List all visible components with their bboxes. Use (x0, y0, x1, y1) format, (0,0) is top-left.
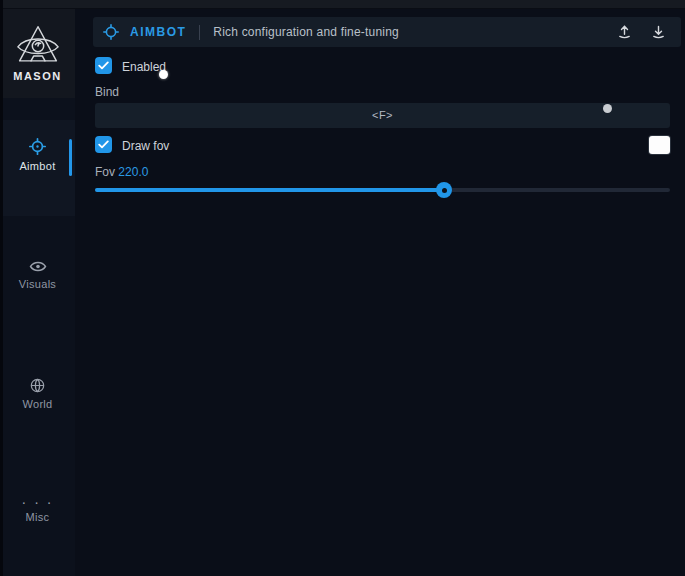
sidebar-item-label: Visuals (19, 278, 56, 290)
sidebar-item-aimbot[interactable]: Aimbot (0, 138, 75, 172)
bind-label: Bind (95, 85, 119, 99)
brand-logo-panel: MASON (0, 9, 75, 98)
sidebar-item-visuals[interactable]: Visuals (0, 260, 75, 290)
header-divider (199, 25, 200, 40)
section-header: AIMBOT Rich configuration and fine-tunin… (93, 17, 681, 47)
sidebar-item-label: Misc (26, 511, 50, 523)
bind-key-input[interactable]: <F> (95, 103, 670, 128)
ellipsis-icon: · · · (22, 498, 54, 506)
sidebar-item-label: World (22, 398, 52, 410)
cursor-dot (603, 104, 612, 113)
sidebar-item-label: Aimbot (19, 160, 55, 172)
section-title: AIMBOT (130, 25, 186, 39)
window-top-strip (0, 0, 685, 9)
pyramid-eye-icon (15, 25, 61, 67)
fov-slider-fill (95, 188, 444, 192)
globe-icon (30, 378, 45, 393)
enabled-checkbox[interactable] (95, 57, 112, 74)
check-icon (98, 61, 109, 70)
sidebar-item-misc[interactable]: · · · Misc (0, 498, 75, 523)
fov-label: Fov 220.0 (95, 165, 148, 179)
export-config-button[interactable] (611, 19, 637, 45)
draw-fov-label: Draw fov (122, 139, 169, 153)
fov-value: 220.0 (118, 165, 148, 179)
eye-icon (29, 260, 47, 273)
window-left-edge (0, 0, 3, 576)
fov-slider[interactable] (95, 188, 670, 192)
cursor-dot (159, 70, 168, 79)
check-icon (98, 140, 109, 149)
draw-fov-checkbox[interactable] (95, 136, 112, 153)
sidebar-item-world[interactable]: World (0, 378, 75, 410)
fov-color-swatch[interactable] (649, 136, 670, 154)
brand-name: MASON (13, 70, 61, 82)
section-subtitle: Rich configuration and fine-tuning (213, 25, 399, 39)
crosshair-icon (103, 24, 119, 40)
fov-slider-handle[interactable] (436, 182, 452, 198)
crosshair-icon (29, 138, 46, 155)
import-config-button[interactable] (645, 19, 671, 45)
